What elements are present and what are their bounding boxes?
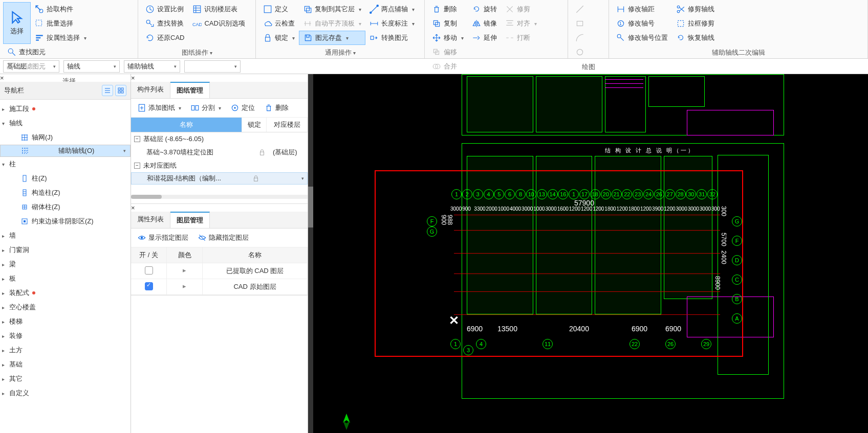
copy-to-layer-button[interactable]: 复制到其它层 bbox=[299, 2, 365, 16]
tree-axis-grid[interactable]: 轴网(J) bbox=[0, 130, 131, 145]
tree-col-ys[interactable]: 约束边缘非阴影区(Z) bbox=[0, 214, 131, 229]
rotate-button[interactable]: 旋转 bbox=[468, 2, 501, 16]
show-layer-button[interactable]: 显示指定图层 bbox=[134, 232, 191, 244]
draw-arc-button[interactable] bbox=[571, 31, 589, 45]
svg-rect-11 bbox=[266, 37, 270, 41]
identify-floor-button[interactable]: 识别楼层表 bbox=[188, 2, 249, 16]
group-caption-drawing[interactable]: 图纸操作 bbox=[141, 45, 252, 59]
tab-layer-manage[interactable]: 图层管理 bbox=[170, 212, 210, 228]
tab-component-list[interactable]: 构件列表 bbox=[131, 82, 170, 98]
category-select[interactable]: 轴线 bbox=[63, 60, 120, 73]
pick-component-button[interactable]: 拾取构件 bbox=[31, 2, 91, 16]
tree-wall[interactable]: 墙 bbox=[0, 229, 131, 243]
draw-rect-button[interactable] bbox=[571, 16, 589, 31]
view-card-button[interactable] bbox=[115, 85, 126, 96]
group-caption-common[interactable]: 通用操作 bbox=[259, 45, 421, 59]
merge-button[interactable]: 合并 bbox=[428, 59, 461, 74]
complist-close-icon[interactable]: × bbox=[131, 74, 135, 82]
add-drawing-button[interactable]: 添加图纸 bbox=[134, 102, 184, 114]
list-item[interactable]: 基础~3.870墙柱定位图(基础层) bbox=[131, 146, 308, 159]
restore-cad-button[interactable]: 还原CAD bbox=[141, 31, 188, 45]
tab-drawing-manage[interactable]: 图纸管理 bbox=[170, 82, 210, 98]
canvas-scrollbar-v[interactable] bbox=[308, 74, 313, 433]
axis-marker: 4 bbox=[476, 339, 486, 349]
tree-deco[interactable]: 装修 bbox=[0, 329, 131, 343]
nav-close-icon[interactable]: × bbox=[0, 74, 4, 82]
cloud-check-button[interactable]: 云检查 bbox=[259, 16, 299, 31]
lock-button[interactable]: 锁定 bbox=[259, 31, 299, 45]
copy-button[interactable]: 复制 bbox=[428, 16, 468, 31]
draw-line-button[interactable] bbox=[571, 2, 589, 16]
tree-beam[interactable]: 梁 bbox=[0, 257, 131, 271]
extend-button[interactable]: 延伸 bbox=[468, 31, 501, 45]
subtype-select[interactable] bbox=[184, 60, 241, 73]
list-item[interactable]: −基础层 (-8.65~-6.05) bbox=[131, 132, 308, 146]
nav-tree[interactable]: 施工段 轴线 轴网(J) 辅助轴线(O) 柱 柱(Z) 构造柱(Z) 砌体柱(Z… bbox=[0, 100, 131, 433]
align-button[interactable]: 对齐 bbox=[501, 16, 541, 31]
convert-element-button[interactable]: 转换图元 bbox=[365, 31, 419, 45]
trim-axis-button[interactable]: 修剪轴线 bbox=[672, 2, 719, 16]
batch-select-button[interactable]: 批量选择 bbox=[31, 16, 91, 31]
two-point-axis-button[interactable]: 两点辅轴 bbox=[365, 2, 419, 16]
mirror-button[interactable]: 镜像 bbox=[468, 16, 501, 31]
tree-aux-axis[interactable]: 辅助轴线(O) bbox=[0, 145, 131, 157]
tree-construction[interactable]: 施工段 bbox=[0, 102, 131, 116]
length-dim-button[interactable]: 长度标注 bbox=[365, 16, 419, 31]
box-trim-button[interactable]: 拉框修剪 bbox=[672, 16, 719, 31]
horizontal-scrollbar[interactable] bbox=[131, 195, 308, 199]
tree-hollow[interactable]: 空心楼盖 bbox=[0, 300, 131, 314]
tree-earth[interactable]: 土方 bbox=[0, 343, 131, 357]
tree-assembly[interactable]: 装配式 bbox=[0, 286, 131, 300]
tree-axis[interactable]: 轴线 bbox=[0, 116, 131, 130]
find-element-button[interactable]: 查找图元 bbox=[3, 45, 50, 59]
expand-icon[interactable]: ▸ bbox=[183, 282, 186, 290]
draw-circle-button[interactable] bbox=[571, 45, 589, 59]
find-replace-button[interactable]: 查找替换 bbox=[141, 16, 188, 31]
select-by-property-button[interactable]: 按属性选择 bbox=[31, 31, 91, 45]
split-drawing-button[interactable]: 分割 bbox=[187, 102, 224, 114]
locate-button[interactable]: 定位 bbox=[227, 102, 258, 114]
tree-col-qt[interactable]: 砌体柱(Z) bbox=[0, 200, 131, 214]
tree-custom[interactable]: 自定义 bbox=[0, 386, 131, 400]
tree-foundation[interactable]: 基础 bbox=[0, 357, 131, 372]
tree-slab[interactable]: 板 bbox=[0, 271, 131, 286]
offset-button[interactable]: 偏移 bbox=[428, 45, 461, 59]
restore-axis-button[interactable]: 恢复轴线 bbox=[672, 31, 719, 45]
cad-options-button[interactable]: CADCAD识别选项 bbox=[188, 16, 249, 31]
type-select[interactable]: 辅助轴线 bbox=[124, 60, 180, 73]
mod-axis-num-button[interactable]: 1修改轴号 bbox=[612, 16, 672, 31]
tree-stair[interactable]: 楼梯 bbox=[0, 314, 131, 329]
view-list-button[interactable] bbox=[102, 85, 113, 96]
layer-checkbox[interactable] bbox=[145, 282, 153, 290]
tab-properties[interactable]: 属性列表 bbox=[131, 212, 170, 228]
drawing-list[interactable]: −基础层 (-8.65~-6.05) 基础~3.870墙柱定位图(基础层) −未… bbox=[131, 132, 308, 204]
mod-axis-dist-button[interactable]: 修改轴距 bbox=[612, 2, 672, 16]
hide-layer-button[interactable]: 隐藏指定图层 bbox=[194, 232, 252, 244]
delete-drawing-button[interactable]: 删除 bbox=[261, 102, 292, 114]
filter-element-button[interactable]: 过滤图元 bbox=[3, 59, 50, 74]
axis-marker: B bbox=[732, 294, 742, 304]
list-item[interactable]: −未对应图纸 bbox=[131, 159, 308, 172]
tree-col-gz[interactable]: 构造柱(Z) bbox=[0, 186, 131, 200]
tree-column[interactable]: 柱 bbox=[0, 157, 131, 171]
props-close-icon[interactable]: × bbox=[131, 204, 135, 212]
list-item[interactable]: 和谐花园-结构图（编制... bbox=[131, 172, 308, 185]
tree-door[interactable]: 门窗洞 bbox=[0, 243, 131, 257]
delete-button[interactable]: 删除 bbox=[428, 2, 468, 16]
layer-checkbox[interactable] bbox=[145, 266, 153, 275]
table-row[interactable]: ▸ CAD 原始图层 bbox=[131, 279, 308, 295]
set-scale-button[interactable]: 设置比例 bbox=[141, 2, 188, 16]
tree-other[interactable]: 其它 bbox=[0, 372, 131, 386]
expand-icon[interactable]: ▸ bbox=[183, 266, 186, 274]
mod-axis-pos-button[interactable]: 修改轴号位置 bbox=[612, 31, 672, 45]
move-button[interactable]: 移动 bbox=[428, 31, 468, 45]
save-element-button[interactable]: 图元存盘 bbox=[299, 31, 365, 45]
cad-canvas[interactable]: 结 构 设 计 总 说 明（一） 12345681013141611718202… bbox=[308, 74, 868, 433]
table-row[interactable]: ▸ 已提取的 CAD 图层 bbox=[131, 263, 308, 279]
auto-flat-button[interactable]: 自动平齐顶板 bbox=[299, 16, 365, 31]
break-button[interactable]: 打断 bbox=[501, 31, 541, 45]
trim-button[interactable]: 修剪 bbox=[501, 2, 541, 16]
define-button[interactable]: 定义 bbox=[259, 2, 299, 16]
tree-col-z[interactable]: 柱(Z) bbox=[0, 171, 131, 186]
select-button[interactable]: 选择 bbox=[3, 2, 31, 44]
